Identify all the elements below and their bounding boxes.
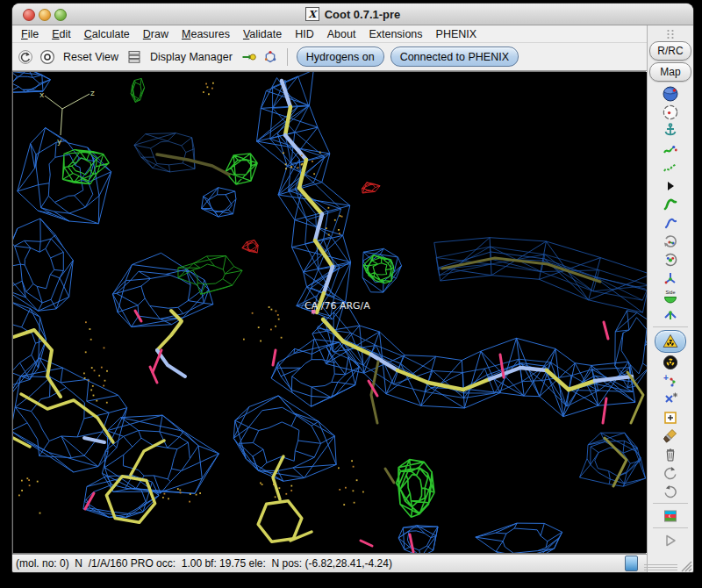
molecule-icon[interactable] bbox=[262, 49, 278, 65]
map-button[interactable]: Map bbox=[649, 62, 691, 82]
recentre-view-icon[interactable] bbox=[661, 103, 680, 121]
window-resize-grip[interactable] bbox=[678, 558, 692, 572]
density-scene[interactable]: xzy CA /76 ARG/A bbox=[13, 72, 647, 553]
anchor-icon[interactable] bbox=[661, 121, 680, 140]
delete-item-icon[interactable] bbox=[661, 445, 680, 463]
radiation-triangle-icon[interactable] bbox=[655, 330, 686, 353]
x11-icon: X bbox=[305, 7, 319, 21]
menu-draw[interactable]: Draw bbox=[143, 28, 168, 40]
key-ball-icon[interactable] bbox=[240, 49, 256, 65]
toolbar: Reset View Display Manager Hydrogens on … bbox=[12, 43, 647, 70]
menu-extensions[interactable]: Extensions bbox=[369, 28, 422, 40]
display-manager-button[interactable]: Display Manager bbox=[150, 51, 233, 63]
panel-separator bbox=[653, 503, 688, 504]
menu-bar: File Edit Calculate Draw Measures Valida… bbox=[12, 25, 647, 43]
panel-separator bbox=[653, 527, 688, 528]
axis-y-label: y bbox=[57, 137, 62, 146]
panel-grip-dots[interactable] bbox=[666, 29, 675, 39]
menu-hid[interactable]: HID bbox=[295, 28, 314, 40]
rrc-button[interactable]: R/RC bbox=[649, 41, 691, 61]
menu-edit[interactable]: Edit bbox=[52, 28, 71, 40]
reset-view-button[interactable]: Reset View bbox=[63, 51, 118, 63]
hydrogens-toggle-button[interactable]: Hydrogens on bbox=[297, 47, 384, 67]
status-text: (mol. no: 0) N /1/A/160 PRO occ: 1.00 bf… bbox=[16, 557, 625, 570]
add-atom-icon[interactable] bbox=[661, 408, 680, 427]
picked-atom-label: CA /76 ARG/A bbox=[304, 300, 370, 312]
title-bar[interactable]: X Coot 0.7.1-pre bbox=[12, 4, 693, 25]
layers-icon[interactable] bbox=[126, 49, 142, 65]
screen: X Coot 0.7.1-pre File Edit Calculate Dra… bbox=[0, 0, 702, 588]
title-group: X Coot 0.7.1-pre bbox=[12, 4, 693, 25]
play-small-icon[interactable] bbox=[661, 176, 680, 195]
rotamer-fit-icon[interactable] bbox=[661, 250, 680, 269]
status-blue-icon[interactable] bbox=[625, 556, 638, 571]
radiation-round-icon[interactable] bbox=[661, 353, 680, 371]
flag-icon[interactable] bbox=[661, 506, 680, 525]
brush-icon[interactable] bbox=[661, 427, 680, 445]
rotate-translate-icon[interactable] bbox=[661, 213, 680, 232]
run-script-icon[interactable] bbox=[661, 531, 680, 549]
menu-validate[interactable]: Validate bbox=[243, 28, 282, 40]
alt-conf-icon[interactable] bbox=[661, 390, 680, 408]
menu-file[interactable]: File bbox=[21, 28, 39, 40]
refine-zone-icon[interactable] bbox=[661, 140, 680, 158]
right-toolbar-panel: R/RC Map Side+ bbox=[647, 25, 693, 572]
phenix-connection-button[interactable]: Connected to PHENIX bbox=[390, 47, 519, 67]
toolbar-separator bbox=[287, 48, 288, 66]
menu-measures[interactable]: Measures bbox=[182, 28, 230, 40]
status-bar: (mol. no: 0) N /1/A/160 PRO occ: 1.00 bf… bbox=[12, 554, 647, 572]
panel-separator bbox=[653, 326, 688, 327]
jiggle-fit-icon[interactable] bbox=[661, 305, 680, 324]
add-terminal-residue-icon[interactable]: + bbox=[661, 371, 680, 390]
side-chain-180-icon[interactable]: Side bbox=[661, 287, 680, 305]
undo-icon[interactable] bbox=[661, 463, 680, 482]
recentre-icon[interactable] bbox=[39, 49, 55, 65]
axis-x-label: x bbox=[39, 90, 45, 99]
redo-icon[interactable] bbox=[661, 482, 680, 500]
mutate-icon[interactable] bbox=[661, 195, 680, 213]
axis-z-label: z bbox=[90, 89, 95, 97]
modelling-icon-stack: Side+ bbox=[648, 84, 693, 549]
window-title: Coot 0.7.1-pre bbox=[325, 8, 401, 21]
pepflip-icon[interactable] bbox=[661, 269, 680, 287]
menu-calculate[interactable]: Calculate bbox=[84, 28, 130, 40]
rotamer-cycle-icon[interactable] bbox=[661, 232, 680, 250]
globe-icon[interactable] bbox=[661, 84, 680, 103]
regularize-zone-icon[interactable] bbox=[661, 158, 680, 176]
graphics-canvas[interactable]: xzy CA /76 ARG/A bbox=[12, 71, 646, 554]
coot-window: X Coot 0.7.1-pre File Edit Calculate Dra… bbox=[12, 4, 693, 572]
back-icon[interactable] bbox=[18, 49, 33, 65]
svg-text:Side: Side bbox=[666, 290, 676, 295]
panel-hlines-grip[interactable] bbox=[644, 563, 677, 571]
svg-text:+: + bbox=[663, 373, 669, 383]
menu-about[interactable]: About bbox=[327, 28, 356, 40]
menu-phenix[interactable]: PHENIX bbox=[436, 28, 477, 40]
